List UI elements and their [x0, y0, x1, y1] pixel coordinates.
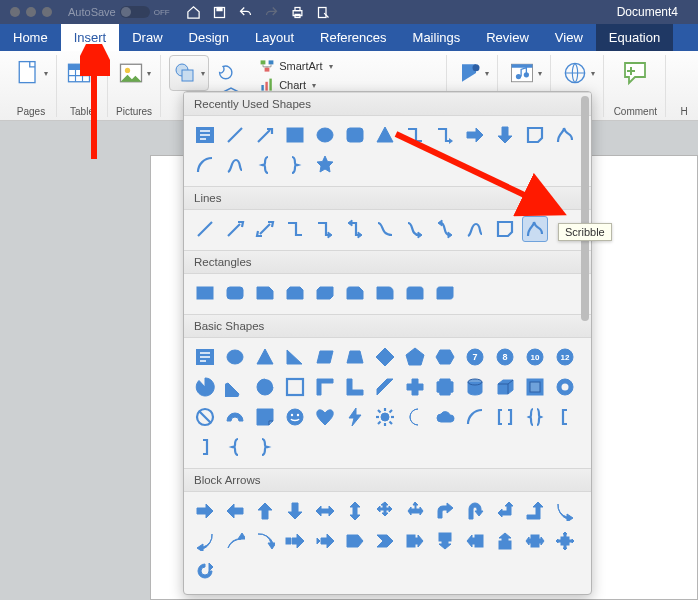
shape-quad-arrow-callout[interactable] [552, 528, 578, 554]
shape-curved-down-arrow[interactable] [252, 528, 278, 554]
window-controls[interactable] [0, 7, 62, 17]
shape-pie[interactable] [192, 374, 218, 400]
shape-curved-left-arrow[interactable] [192, 528, 218, 554]
shape-rect-snip1[interactable] [252, 280, 278, 306]
shape-half-frame[interactable] [312, 374, 338, 400]
shape-smiley[interactable] [282, 404, 308, 430]
ribbon-group-table[interactable]: ▾ Table [57, 55, 108, 117]
shape-heart[interactable] [312, 404, 338, 430]
shape-dodecagon[interactable]: 12 [552, 344, 578, 370]
tab-design[interactable]: Design [176, 24, 242, 51]
tab-draw[interactable]: Draw [119, 24, 175, 51]
autosave-switch-icon[interactable] [120, 6, 150, 18]
shape-parallelogram[interactable] [312, 344, 338, 370]
shape-rect-rounded[interactable] [222, 280, 248, 306]
shape-block-arc[interactable] [222, 404, 248, 430]
shape-line-2[interactable] [192, 216, 218, 242]
save-icon[interactable] [212, 5, 227, 20]
shape-curve-recent[interactable] [222, 152, 248, 178]
shape-chord[interactable] [222, 374, 248, 400]
shape-block-right-arrow[interactable] [192, 498, 218, 524]
tab-review[interactable]: Review [473, 24, 542, 51]
ribbon-group-pictures[interactable]: ▾ Pictures [108, 55, 161, 117]
shape-cube[interactable] [492, 374, 518, 400]
shape-striped-right-arrow[interactable] [282, 528, 308, 554]
shape-lightning-bolt[interactable] [342, 404, 368, 430]
redo-icon[interactable] [264, 5, 279, 20]
shape-pentagon[interactable] [402, 344, 428, 370]
shape-scribble[interactable] [522, 216, 548, 242]
shape-line-arrow[interactable] [252, 122, 278, 148]
shape-rect-round2diag[interactable] [432, 280, 458, 306]
shape-sun[interactable] [372, 404, 398, 430]
shape-left-arrow-callout[interactable] [462, 528, 488, 554]
shape-left-brace[interactable] [222, 434, 248, 460]
shape-rect-snip2diag[interactable] [312, 280, 338, 306]
tab-references[interactable]: References [307, 24, 399, 51]
shape-arc-recent[interactable] [192, 152, 218, 178]
shape-line[interactable] [222, 122, 248, 148]
shape-folded-corner[interactable] [252, 404, 278, 430]
shape-block-left-right-up-arrow[interactable] [402, 498, 428, 524]
shape-curved-connector[interactable] [372, 216, 398, 242]
shape-block-left-up-arrow[interactable] [492, 498, 518, 524]
shape-block-uturn-arrow[interactable] [462, 498, 488, 524]
tab-insert[interactable]: Insert [61, 24, 120, 51]
shape-right-triangle[interactable] [282, 344, 308, 370]
shape-right-brace-recent[interactable] [282, 152, 308, 178]
shape-left-brace-recent[interactable] [252, 152, 278, 178]
shape-right-brace[interactable] [252, 434, 278, 460]
undo-icon[interactable] [238, 5, 253, 20]
shape-text-box[interactable] [192, 122, 218, 148]
shape-diamond[interactable] [372, 344, 398, 370]
shape-rect-round1[interactable] [372, 280, 398, 306]
shapes-button[interactable]: ▾ [169, 55, 209, 91]
shape-star-recent[interactable] [312, 152, 338, 178]
close-window-icon[interactable] [10, 7, 20, 17]
shape-up-arrow-callout[interactable] [492, 528, 518, 554]
ribbon-group-pages[interactable]: ▾ Pages [6, 55, 57, 117]
minimize-window-icon[interactable] [26, 7, 36, 17]
shape-decagon[interactable]: 10 [522, 344, 548, 370]
shape-curved-double-arrow-connector[interactable] [432, 216, 458, 242]
shape-plaque[interactable] [432, 374, 458, 400]
shape-oval[interactable] [312, 122, 338, 148]
shape-block-left-arrow[interactable] [222, 498, 248, 524]
shape-elbow-arrow-connector[interactable] [432, 122, 458, 148]
shape-pentagon-arrow[interactable] [342, 528, 368, 554]
shape-rect-1[interactable] [192, 280, 218, 306]
shape-frame[interactable] [282, 374, 308, 400]
shape-notched-right-arrow[interactable] [312, 528, 338, 554]
home-icon[interactable] [186, 5, 201, 20]
shape-can[interactable] [462, 374, 488, 400]
shape-curved-up-arrow[interactable] [222, 528, 248, 554]
shape-cloud[interactable] [432, 404, 458, 430]
shape-circular-arrow[interactable] [192, 558, 218, 584]
shape-down-arrow-callout[interactable] [432, 528, 458, 554]
shape-double-brace[interactable] [522, 404, 548, 430]
shape-rectangle[interactable] [282, 122, 308, 148]
shape-l-shape[interactable] [342, 374, 368, 400]
shape-elbow-connector[interactable] [402, 122, 428, 148]
shape-rect-round2same[interactable] [402, 280, 428, 306]
preview-icon[interactable] [316, 5, 331, 20]
shape-moon[interactable] [402, 404, 428, 430]
shape-isoceles-triangle[interactable] [252, 344, 278, 370]
shape-block-up-down-arrow[interactable] [342, 498, 368, 524]
shape-rounded-rectangle[interactable] [342, 122, 368, 148]
shape-text-box-2[interactable] [192, 344, 218, 370]
shape-left-right-arrow-callout[interactable] [522, 528, 548, 554]
shape-hexagon[interactable] [432, 344, 458, 370]
shape-flowchart-offpage[interactable] [522, 122, 548, 148]
tab-layout[interactable]: Layout [242, 24, 307, 51]
ribbon-group-header-partial[interactable]: H [668, 55, 692, 117]
tab-mailings[interactable]: Mailings [400, 24, 474, 51]
ribbon-group-comment[interactable]: Comment [606, 55, 666, 117]
shape-right-bracket[interactable] [192, 434, 218, 460]
tab-home[interactable]: Home [0, 24, 61, 51]
shape-trapezoid[interactable] [342, 344, 368, 370]
icons-icon[interactable] [217, 59, 245, 81]
shape-line-arrow-2[interactable] [222, 216, 248, 242]
panel-scrollbar[interactable] [581, 96, 589, 590]
shape-block-left-right-arrow[interactable] [312, 498, 338, 524]
